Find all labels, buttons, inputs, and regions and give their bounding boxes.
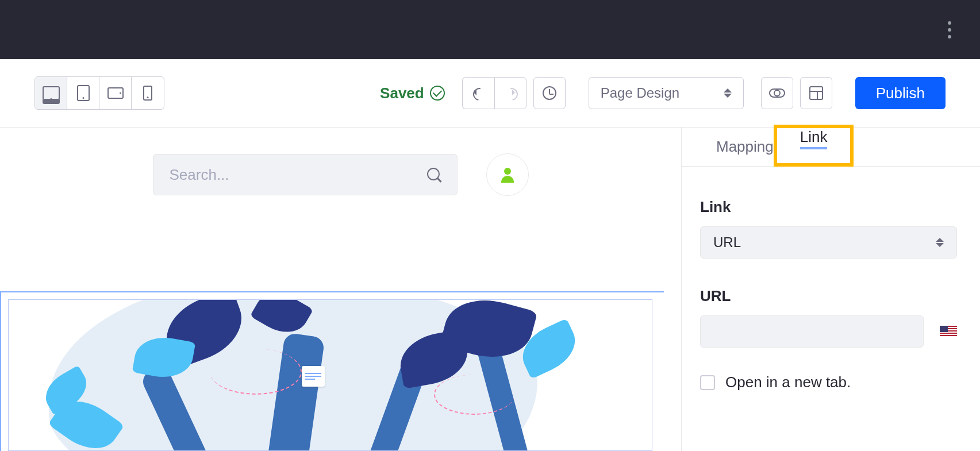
sidepanel: Mapping Link Link URL URL Open in a new … <box>681 128 980 451</box>
history-button[interactable] <box>533 77 566 109</box>
search-placeholder: Search... <box>170 166 229 184</box>
canvas-header: Search... <box>0 128 681 196</box>
new-tab-row: Open in a new tab. <box>700 373 957 391</box>
history-icon <box>543 86 556 100</box>
save-status: Saved <box>380 84 445 102</box>
more-menu-icon[interactable] <box>948 21 951 38</box>
tablet-landscape-icon <box>107 87 124 99</box>
tablet-portrait-icon <box>77 85 90 101</box>
link-type-select[interactable]: URL <box>700 226 957 259</box>
device-desktop-button[interactable] <box>35 77 67 109</box>
chevron-updown-icon <box>724 88 732 98</box>
url-row <box>700 315 957 348</box>
topbar <box>0 0 980 59</box>
undo-icon <box>472 87 485 99</box>
avatar[interactable] <box>486 153 529 196</box>
mode-select[interactable]: Page Design <box>589 77 744 109</box>
search-icon <box>427 168 441 182</box>
undo-redo-group <box>462 77 526 109</box>
user-icon <box>502 169 513 180</box>
chevron-updown-icon <box>936 238 944 247</box>
text-align-icon[interactable] <box>302 366 325 387</box>
device-tablet-landscape-button[interactable] <box>99 77 132 109</box>
preview-button[interactable] <box>761 77 793 109</box>
desktop-icon <box>43 86 60 100</box>
redo-button[interactable] <box>494 77 526 109</box>
device-tablet-portrait-button[interactable] <box>67 77 99 109</box>
new-tab-checkbox[interactable] <box>700 375 715 390</box>
search-input[interactable]: Search... <box>153 154 458 195</box>
check-circle-icon <box>430 86 445 101</box>
phone-icon <box>143 86 152 101</box>
selection-frame <box>0 291 664 451</box>
link-type-label: Link <box>700 198 957 216</box>
url-label: URL <box>700 287 957 305</box>
saved-label: Saved <box>380 84 424 102</box>
highlight-frame: Link <box>774 125 854 167</box>
tabs: Mapping Link <box>682 128 980 167</box>
flag-us-icon[interactable] <box>940 326 957 337</box>
selected-image[interactable] <box>8 299 652 451</box>
new-tab-label: Open in a new tab. <box>725 373 851 391</box>
url-input[interactable] <box>700 315 924 348</box>
panel-body: Link URL URL Open in a new tab. <box>682 167 980 391</box>
eye-icon <box>769 88 785 98</box>
illustration <box>9 300 652 450</box>
tab-link[interactable]: Link <box>800 128 828 149</box>
layout-icon <box>809 86 823 100</box>
layout-button[interactable] <box>800 77 832 109</box>
main: Search... Mapping <box>0 128 980 451</box>
canvas: Search... <box>0 128 681 451</box>
link-type-value: URL <box>713 234 741 250</box>
device-switcher <box>34 76 164 110</box>
publish-button[interactable]: Publish <box>855 77 946 109</box>
undo-button[interactable] <box>462 77 494 109</box>
device-phone-button[interactable] <box>132 77 164 109</box>
tab-mapping[interactable]: Mapping <box>716 128 774 166</box>
mode-label: Page Design <box>601 85 679 101</box>
toolbar: Saved Page Design Publish <box>0 59 980 128</box>
redo-icon <box>504 87 517 99</box>
